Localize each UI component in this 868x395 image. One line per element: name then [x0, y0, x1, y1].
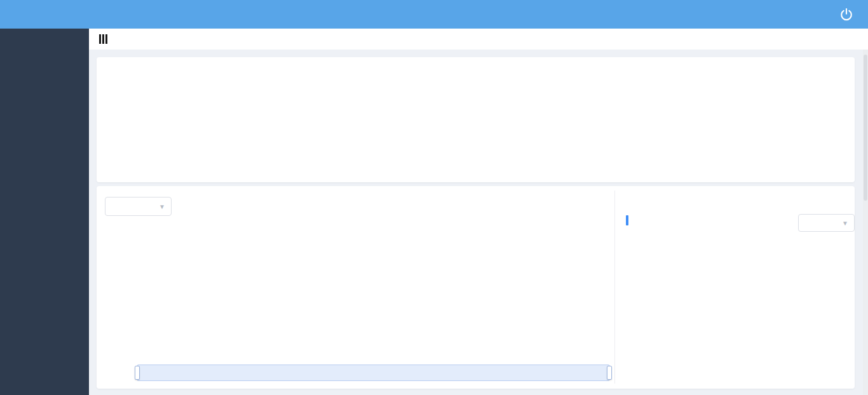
sidebar: [0, 29, 89, 395]
stat-cards-panel: [97, 57, 855, 182]
datazoom-right-handle[interactable]: [607, 366, 612, 380]
chevron-down-icon: ▼: [159, 203, 165, 210]
breadcrumb-bar: [89, 29, 868, 50]
panel-divider: [614, 191, 615, 384]
usage-area-chart[interactable]: [137, 254, 610, 352]
page-scrollbar[interactable]: [863, 50, 868, 395]
sidebar-collapse-icon[interactable]: [99, 34, 107, 44]
power-icon[interactable]: [839, 7, 854, 22]
datazoom-slider[interactable]: [137, 365, 610, 381]
list-title-accent: [626, 215, 628, 225]
energy-type-select[interactable]: ▼: [105, 197, 172, 216]
session-info: [849, 29, 859, 50]
dashboard: ▼ ▼: [0, 0, 868, 395]
building-select[interactable]: ▼: [798, 214, 855, 232]
chevron-down-icon: ▼: [842, 220, 848, 227]
datazoom-left-handle[interactable]: [135, 366, 140, 380]
top-bar: [0, 0, 868, 29]
